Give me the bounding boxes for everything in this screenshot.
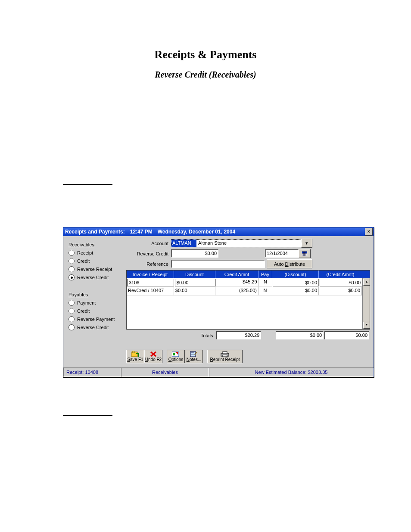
cell-discount-paren: $0.00 bbox=[272, 287, 319, 296]
reprint-receipt-button[interactable]: Reprint Receipt bbox=[207, 350, 243, 363]
totals-credit-amnt-paren: $0.00 bbox=[324, 331, 369, 339]
toolbar: Save F1 Undo F2 Options bbox=[126, 348, 370, 364]
cell-discount-paren[interactable]: $0.00 bbox=[273, 279, 319, 286]
status-balance: New Estimated Balance: $2003.35 bbox=[209, 368, 374, 377]
svg-rect-8 bbox=[132, 351, 135, 353]
calendar-icon bbox=[302, 251, 307, 256]
doc-subtitle: Reverse Credit (Receivables) bbox=[0, 70, 411, 80]
col-credit-amnt-paren[interactable]: (Credit Amnt) bbox=[319, 271, 362, 278]
options-button[interactable]: Options bbox=[167, 350, 185, 363]
titlebar-app: Receipts and Payments: bbox=[65, 229, 125, 235]
divider bbox=[63, 184, 112, 185]
scrollbar[interactable]: ▴ ▾ bbox=[362, 278, 370, 329]
totals-discount: $0.00 bbox=[276, 331, 324, 339]
radio-label: Reverse Receipt bbox=[77, 267, 112, 272]
titlebar-date: Wednesday, December 01, 2004 bbox=[158, 229, 235, 235]
cell-credit-amnt: $45.29 bbox=[216, 278, 259, 287]
grid: Invoice / Receipt Discount Credit Amnt P… bbox=[126, 270, 370, 330]
main-area: Account ALTMAN Altman Stone ▾ Reverse Cr… bbox=[126, 236, 374, 367]
radio-icon bbox=[68, 324, 75, 330]
undo-icon bbox=[150, 351, 157, 357]
save-icon bbox=[131, 351, 139, 357]
cell-invoice[interactable]: 3106 bbox=[127, 279, 174, 286]
table-row[interactable]: 3106 $0.00 $45.29 N $0.00 $0.00 bbox=[127, 278, 363, 287]
col-pay[interactable]: Pay bbox=[258, 271, 272, 278]
account-code: ALTMAN bbox=[171, 240, 196, 247]
radio-icon bbox=[68, 308, 75, 314]
sidebar: Receivables Receipt Credit Reverse Recei… bbox=[63, 236, 126, 367]
cell-pay[interactable]: N bbox=[259, 278, 273, 287]
radio-reverse-payment[interactable]: Reverse Payment bbox=[68, 316, 124, 322]
options-icon bbox=[172, 351, 180, 357]
button-label: Options bbox=[168, 357, 183, 362]
col-invoice[interactable]: Invoice / Receipt bbox=[127, 271, 174, 278]
save-button[interactable]: Save F1 bbox=[126, 350, 144, 363]
radio-icon-selected bbox=[68, 274, 75, 280]
radio-label: Reverse Credit bbox=[77, 325, 109, 330]
status-receipt: Receipt: 10408 bbox=[63, 368, 121, 377]
col-credit-amnt[interactable]: Credit Amnt bbox=[215, 271, 258, 278]
chevron-down-icon: ▾ bbox=[305, 240, 308, 246]
button-label: Undo F2 bbox=[145, 357, 162, 362]
account-dropdown-button[interactable]: ▾ bbox=[301, 239, 312, 248]
radio-label: Payment bbox=[77, 300, 96, 305]
totals-credit-amnt: $20.29 bbox=[216, 331, 261, 339]
cell-pay[interactable]: N bbox=[258, 287, 272, 296]
reference-input[interactable] bbox=[171, 260, 265, 268]
radio-icon bbox=[68, 300, 75, 306]
radio-pay-credit[interactable]: Credit bbox=[68, 308, 124, 314]
account-label: Account bbox=[126, 241, 171, 246]
table-row[interactable]: RevCred / 10407 $0.00 ($25.00) N $0.00 $… bbox=[127, 287, 363, 296]
date-input[interactable]: 12/1/2004 bbox=[265, 249, 299, 258]
button-label: Auto Distribute bbox=[274, 261, 305, 267]
radio-receipt[interactable]: Receipt bbox=[68, 250, 124, 256]
radio-label: Reverse Credit bbox=[77, 275, 109, 280]
radio-icon bbox=[68, 316, 75, 322]
totals-label: Totals bbox=[126, 333, 216, 338]
scroll-down-button[interactable]: ▾ bbox=[363, 322, 370, 329]
cell-invoice: RevCred / 10407 bbox=[127, 287, 174, 296]
account-field[interactable]: ALTMAN Altman Stone bbox=[171, 239, 301, 247]
button-label: Save F1 bbox=[127, 357, 143, 362]
auto-distribute-button[interactable]: Auto Distribute bbox=[267, 259, 312, 268]
totals-row: Totals $20.29 $0.00 $0.00 bbox=[126, 331, 369, 339]
button-label: Reprint Receipt bbox=[210, 357, 240, 362]
cell-credit-amnt: ($25.00) bbox=[215, 287, 258, 296]
radio-icon bbox=[68, 266, 75, 272]
grid-header: Invoice / Receipt Discount Credit Amnt P… bbox=[127, 271, 370, 278]
payables-header: Payables bbox=[68, 292, 124, 297]
button-label: Notes... bbox=[187, 357, 201, 362]
svg-rect-18 bbox=[223, 355, 227, 357]
undo-button[interactable]: Undo F2 bbox=[144, 350, 162, 363]
radio-label: Credit bbox=[77, 308, 90, 314]
receivables-header: Receivables bbox=[68, 242, 124, 247]
radio-payment[interactable]: Payment bbox=[68, 300, 124, 306]
cell-credit-amnt-paren[interactable]: $0.00 bbox=[320, 279, 362, 286]
reverse-credit-label: Reverse Credit bbox=[126, 251, 171, 256]
radio-label: Reverse Payment bbox=[77, 317, 115, 322]
doc-title: Receipts & Payments bbox=[0, 48, 411, 61]
reverse-credit-input[interactable]: $0.00 bbox=[171, 249, 218, 258]
radio-credit[interactable]: Credit bbox=[68, 258, 124, 264]
svg-rect-12 bbox=[173, 353, 175, 355]
cell-discount[interactable]: $0.00 bbox=[175, 279, 216, 286]
radio-icon bbox=[68, 258, 75, 264]
account-name: Altman Stone bbox=[196, 240, 227, 247]
grid-body: 3106 $0.00 $45.29 N $0.00 $0.00 RevCred … bbox=[127, 278, 363, 329]
reference-label: Reference bbox=[126, 261, 171, 267]
col-discount[interactable]: Discount bbox=[174, 271, 215, 278]
titlebar: Receipts and Payments: 12:47 PM Wednesda… bbox=[63, 227, 374, 236]
close-button[interactable]: × bbox=[365, 228, 373, 236]
radio-reverse-receipt[interactable]: Reverse Receipt bbox=[68, 266, 124, 272]
radio-reverse-credit[interactable]: Reverse Credit bbox=[68, 274, 124, 280]
notes-button[interactable]: Notes... bbox=[185, 350, 203, 363]
app-window: Receipts and Payments: 12:47 PM Wednesda… bbox=[63, 227, 374, 377]
radio-pay-reverse-credit[interactable]: Reverse Credit bbox=[68, 324, 124, 330]
col-discount-paren[interactable]: (Discount) bbox=[272, 271, 319, 278]
date-picker-button[interactable] bbox=[299, 249, 311, 258]
printer-icon bbox=[220, 351, 230, 357]
scroll-up-button[interactable]: ▴ bbox=[363, 279, 370, 286]
notes-icon bbox=[190, 351, 198, 357]
radio-icon bbox=[68, 250, 75, 256]
status-module: Receivables bbox=[121, 368, 209, 377]
